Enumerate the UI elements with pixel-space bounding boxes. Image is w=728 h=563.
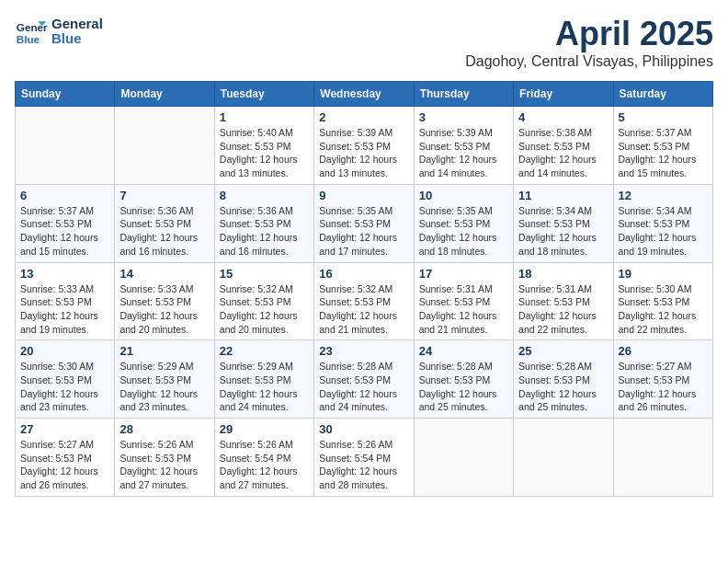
calendar-cell: 25Sunrise: 5:28 AM Sunset: 5:53 PM Dayli… [514, 340, 613, 419]
day-number: 25 [518, 344, 608, 358]
day-number: 16 [319, 267, 408, 281]
calendar-body: 1Sunrise: 5:40 AM Sunset: 5:53 PM Daylig… [16, 107, 713, 497]
day-info: Sunrise: 5:34 AM Sunset: 5:53 PM Dayligh… [518, 204, 608, 259]
calendar-cell: 2Sunrise: 5:39 AM Sunset: 5:53 PM Daylig… [314, 107, 414, 185]
calendar-cell: 24Sunrise: 5:28 AM Sunset: 5:53 PM Dayli… [414, 340, 513, 419]
day-number: 12 [619, 189, 708, 202]
calendar-week-3: 13Sunrise: 5:33 AM Sunset: 5:53 PM Dayli… [16, 262, 713, 340]
day-info: Sunrise: 5:35 AM Sunset: 5:53 PM Dayligh… [319, 204, 408, 259]
day-number: 21 [119, 344, 209, 358]
day-number: 9 [319, 189, 408, 202]
day-number: 30 [319, 422, 408, 436]
day-number: 27 [20, 422, 109, 436]
day-info: Sunrise: 5:32 AM Sunset: 5:53 PM Dayligh… [319, 282, 408, 337]
header-day-monday: Monday [115, 82, 214, 107]
calendar-cell [16, 107, 115, 185]
day-number: 15 [220, 267, 309, 281]
day-number: 11 [518, 189, 608, 202]
calendar-cell: 26Sunrise: 5:27 AM Sunset: 5:53 PM Dayli… [613, 340, 712, 419]
calendar-subtitle: Dagohoy, Central Visayas, Philippines [465, 53, 713, 70]
day-number: 20 [20, 344, 109, 358]
calendar-cell: 29Sunrise: 5:26 AM Sunset: 5:54 PM Dayli… [214, 419, 313, 497]
day-number: 19 [619, 267, 708, 281]
day-number: 17 [419, 267, 508, 281]
calendar-cell: 12Sunrise: 5:34 AM Sunset: 5:53 PM Dayli… [613, 184, 712, 262]
day-number: 8 [220, 189, 309, 202]
calendar-cell: 13Sunrise: 5:33 AM Sunset: 5:53 PM Dayli… [16, 262, 115, 340]
day-number: 28 [119, 422, 209, 436]
logo-general: General [51, 17, 103, 32]
calendar-table: SundayMondayTuesdayWednesdayThursdayFrid… [15, 81, 713, 497]
calendar-cell: 10Sunrise: 5:35 AM Sunset: 5:53 PM Dayli… [414, 184, 513, 262]
calendar-cell: 19Sunrise: 5:30 AM Sunset: 5:53 PM Dayli… [613, 262, 712, 340]
day-info: Sunrise: 5:37 AM Sunset: 5:53 PM Dayligh… [619, 126, 708, 180]
calendar-cell: 21Sunrise: 5:29 AM Sunset: 5:53 PM Dayli… [115, 340, 214, 419]
day-info: Sunrise: 5:33 AM Sunset: 5:53 PM Dayligh… [20, 282, 109, 337]
day-number: 7 [119, 189, 209, 202]
calendar-cell: 4Sunrise: 5:38 AM Sunset: 5:53 PM Daylig… [514, 107, 613, 185]
day-info: Sunrise: 5:33 AM Sunset: 5:53 PM Dayligh… [119, 282, 209, 337]
calendar-cell [613, 419, 712, 497]
day-number: 10 [419, 189, 508, 202]
day-info: Sunrise: 5:31 AM Sunset: 5:53 PM Dayligh… [518, 282, 608, 337]
day-info: Sunrise: 5:26 AM Sunset: 5:54 PM Dayligh… [220, 438, 309, 492]
day-info: Sunrise: 5:27 AM Sunset: 5:53 PM Dayligh… [20, 438, 109, 492]
day-info: Sunrise: 5:34 AM Sunset: 5:53 PM Dayligh… [619, 204, 708, 259]
day-info: Sunrise: 5:30 AM Sunset: 5:53 PM Dayligh… [619, 282, 708, 337]
day-number: 29 [220, 422, 309, 436]
calendar-cell [115, 107, 214, 185]
day-number: 22 [220, 344, 309, 358]
calendar-cell [414, 419, 513, 497]
day-info: Sunrise: 5:26 AM Sunset: 5:53 PM Dayligh… [119, 438, 209, 492]
day-info: Sunrise: 5:29 AM Sunset: 5:53 PM Dayligh… [119, 360, 209, 414]
calendar-cell: 18Sunrise: 5:31 AM Sunset: 5:53 PM Dayli… [514, 262, 613, 340]
day-info: Sunrise: 5:40 AM Sunset: 5:53 PM Dayligh… [220, 126, 309, 180]
day-info: Sunrise: 5:32 AM Sunset: 5:53 PM Dayligh… [220, 282, 309, 337]
calendar-cell: 3Sunrise: 5:39 AM Sunset: 5:53 PM Daylig… [414, 107, 513, 185]
day-info: Sunrise: 5:39 AM Sunset: 5:53 PM Dayligh… [419, 126, 508, 180]
calendar-week-1: 1Sunrise: 5:40 AM Sunset: 5:53 PM Daylig… [16, 107, 713, 185]
day-number: 2 [319, 110, 408, 124]
day-number: 18 [518, 267, 608, 281]
day-number: 6 [20, 189, 109, 202]
day-number: 23 [319, 344, 408, 358]
day-number: 24 [419, 344, 508, 358]
day-number: 4 [518, 110, 608, 124]
calendar-cell: 22Sunrise: 5:29 AM Sunset: 5:53 PM Dayli… [214, 340, 313, 419]
header-day-sunday: Sunday [16, 82, 115, 107]
svg-text:Blue: Blue [17, 33, 40, 45]
calendar-week-2: 6Sunrise: 5:37 AM Sunset: 5:53 PM Daylig… [16, 184, 713, 262]
page-header: General Blue General Blue April 2025 Dag… [15, 15, 713, 70]
calendar-cell: 11Sunrise: 5:34 AM Sunset: 5:53 PM Dayli… [514, 184, 613, 262]
calendar-cell [514, 419, 613, 497]
calendar-cell: 23Sunrise: 5:28 AM Sunset: 5:53 PM Dayli… [314, 340, 414, 419]
calendar-cell: 9Sunrise: 5:35 AM Sunset: 5:53 PM Daylig… [314, 184, 414, 262]
calendar-cell: 28Sunrise: 5:26 AM Sunset: 5:53 PM Dayli… [115, 419, 214, 497]
calendar-cell: 15Sunrise: 5:32 AM Sunset: 5:53 PM Dayli… [214, 262, 313, 340]
day-info: Sunrise: 5:35 AM Sunset: 5:53 PM Dayligh… [419, 204, 508, 259]
day-info: Sunrise: 5:26 AM Sunset: 5:54 PM Dayligh… [319, 438, 408, 492]
day-info: Sunrise: 5:28 AM Sunset: 5:53 PM Dayligh… [518, 360, 608, 414]
calendar-cell: 8Sunrise: 5:36 AM Sunset: 5:53 PM Daylig… [214, 184, 313, 262]
calendar-cell: 27Sunrise: 5:27 AM Sunset: 5:53 PM Dayli… [16, 419, 115, 497]
header-day-friday: Friday [514, 82, 613, 107]
day-info: Sunrise: 5:39 AM Sunset: 5:53 PM Dayligh… [319, 126, 408, 180]
header-day-thursday: Thursday [414, 82, 513, 107]
day-info: Sunrise: 5:30 AM Sunset: 5:53 PM Dayligh… [20, 360, 109, 414]
header-day-tuesday: Tuesday [214, 82, 313, 107]
header-day-saturday: Saturday [613, 82, 712, 107]
day-info: Sunrise: 5:38 AM Sunset: 5:53 PM Dayligh… [518, 126, 608, 180]
day-info: Sunrise: 5:27 AM Sunset: 5:53 PM Dayligh… [619, 360, 708, 414]
logo-icon: General Blue [15, 15, 48, 48]
calendar-cell: 1Sunrise: 5:40 AM Sunset: 5:53 PM Daylig… [214, 107, 313, 185]
day-number: 13 [20, 267, 109, 281]
calendar-cell: 17Sunrise: 5:31 AM Sunset: 5:53 PM Dayli… [414, 262, 513, 340]
calendar-cell: 14Sunrise: 5:33 AM Sunset: 5:53 PM Dayli… [115, 262, 214, 340]
day-info: Sunrise: 5:31 AM Sunset: 5:53 PM Dayligh… [419, 282, 508, 337]
calendar-cell: 20Sunrise: 5:30 AM Sunset: 5:53 PM Dayli… [16, 340, 115, 419]
day-number: 5 [619, 110, 708, 124]
calendar-cell: 5Sunrise: 5:37 AM Sunset: 5:53 PM Daylig… [613, 107, 712, 185]
calendar-week-5: 27Sunrise: 5:27 AM Sunset: 5:53 PM Dayli… [16, 419, 713, 497]
header-day-wednesday: Wednesday [314, 82, 414, 107]
calendar-week-4: 20Sunrise: 5:30 AM Sunset: 5:53 PM Dayli… [16, 340, 713, 419]
